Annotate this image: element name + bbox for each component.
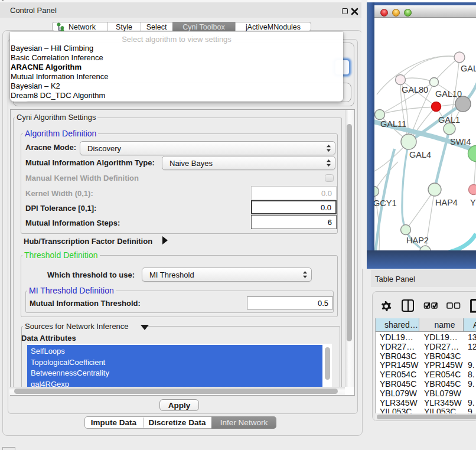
svg-text:GAL80: GAL80 [402, 85, 428, 94]
svg-text:HAP2: HAP2 [406, 236, 429, 245]
svg-text:GAL1: GAL1 [438, 115, 460, 125]
svg-text:SWI4: SWI4 [450, 137, 471, 146]
svg-text:Y: Y [470, 198, 476, 207]
svg-text:HAP4: HAP4 [435, 198, 458, 207]
svg-text:GAL: GAL [461, 64, 476, 73]
svg-text:GAL11: GAL11 [380, 119, 406, 129]
svg-text:GCY1: GCY1 [374, 198, 397, 208]
svg-text:GAL4: GAL4 [409, 150, 431, 159]
svg-text:GAL10: GAL10 [435, 89, 462, 99]
